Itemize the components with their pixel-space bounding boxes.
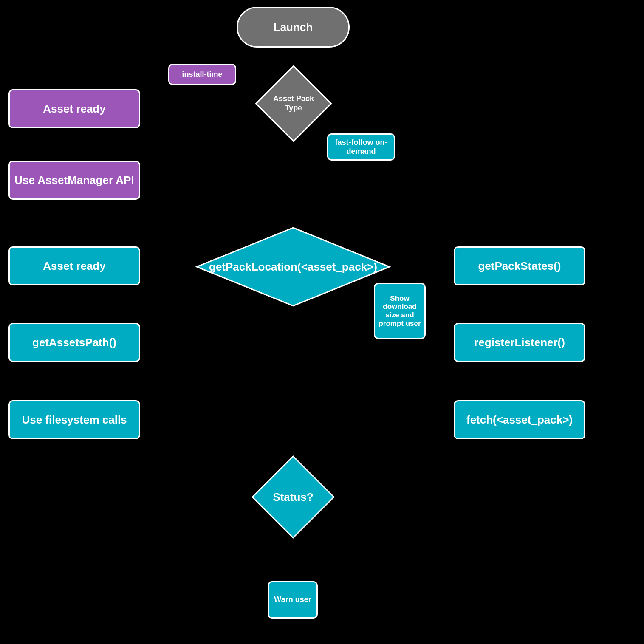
use-filesystem-calls: Use filesystem calls	[8, 400, 140, 439]
svg-marker-0	[197, 228, 390, 306]
show-download-label: Show download size and prompt user	[378, 294, 422, 328]
asset-pack-type-text: Asset Pack Type	[269, 94, 318, 113]
asset-ready-teal: Asset ready	[8, 246, 140, 285]
get-assets-path-label: getAssetsPath()	[32, 336, 116, 349]
asset-pack-type-decision: Asset Pack Type	[266, 76, 321, 131]
warn-user-label: Warn user	[274, 595, 311, 604]
launch-label: Launch	[274, 21, 313, 34]
asset-pack-type-label: Asset Pack Type	[266, 76, 321, 131]
show-download-prompt: Show download size and prompt user	[374, 283, 426, 339]
warn-user: Warn user	[268, 581, 318, 619]
asset-ready-purple-label: Asset ready	[43, 102, 105, 116]
use-filesystem-label: Use filesystem calls	[22, 413, 127, 427]
fetch-asset-pack: fetch(<asset_pack>)	[454, 400, 585, 439]
get-pack-states: getPackStates()	[454, 246, 585, 285]
register-listener: registerListener()	[454, 323, 585, 362]
use-assetmanager-label: Use AssetManager API	[14, 174, 134, 187]
get-assets-path: getAssetsPath()	[8, 323, 140, 362]
launch-terminator: Launch	[237, 7, 350, 48]
status-decision: Status?	[250, 454, 336, 540]
edge-label-install-time: install-time	[168, 64, 236, 85]
use-assetmanager-api: Use AssetManager API	[8, 161, 140, 200]
status-label: Status?	[273, 491, 313, 504]
fast-follow-text: fast-follow on-demand	[328, 138, 394, 155]
get-pack-location-svg	[193, 224, 393, 309]
fetch-label: fetch(<asset_pack>)	[466, 413, 573, 427]
asset-ready-teal-label: Asset ready	[43, 260, 105, 273]
flowchart-canvas: { "colors": { "teal": "#00acc1", "purple…	[0, 0, 644, 644]
register-listener-label: registerListener()	[474, 336, 565, 349]
asset-ready-purple: Asset ready	[8, 89, 140, 128]
edge-label-fast-follow: fast-follow on-demand	[327, 133, 395, 161]
get-pack-states-label: getPackStates()	[478, 260, 561, 273]
install-time-text: install-time	[182, 70, 222, 79]
